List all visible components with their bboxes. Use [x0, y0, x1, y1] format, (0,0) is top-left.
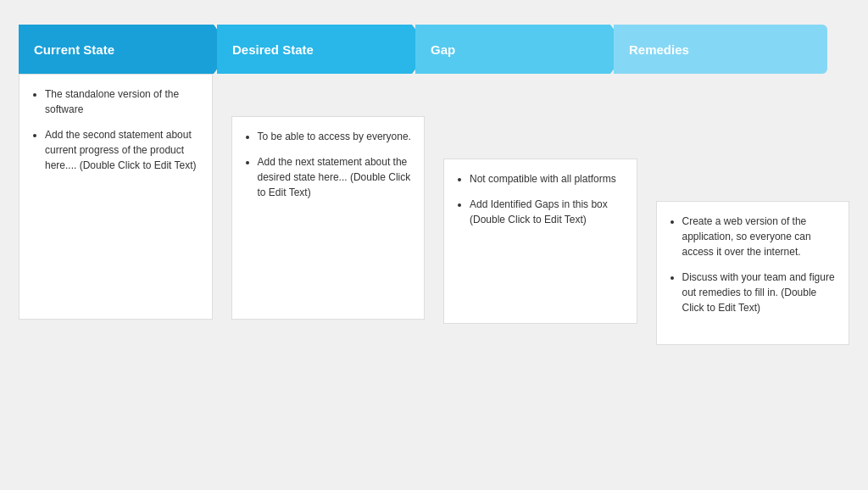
list-item: Add Identified Gaps in this box (Double … — [470, 197, 625, 227]
arrow-desired-state: Desired State — [217, 25, 431, 74]
list-item: Add the next statement about the desired… — [258, 154, 413, 200]
list-item: Not compatible with all platforms — [470, 171, 625, 187]
panel-current-state: The standalone version of the software A… — [19, 74, 213, 320]
panel-4-list: Create a web version of the application,… — [669, 214, 837, 315]
panel-2-list: To be able to access by everyone. Add th… — [244, 129, 413, 200]
gap-analysis-diagram: Current State Desired State Gap Remedies… — [19, 25, 849, 465]
arrow-1-title: Current State — [34, 42, 114, 57]
list-item: To be able to access by everyone. — [258, 129, 413, 144]
panel-gap: Not compatible with all platforms Add Id… — [443, 159, 637, 324]
panel-1-list: The standalone version of the software A… — [31, 86, 200, 173]
panels-row: The standalone version of the software A… — [19, 74, 849, 345]
arrow-gap: Gap — [415, 25, 629, 74]
panel-desired-state: To be able to access by everyone. Add th… — [231, 116, 426, 320]
arrow-remedies: Remedies — [614, 25, 827, 74]
arrows-row: Current State Desired State Gap Remedies — [19, 25, 849, 74]
list-item: Create a web version of the application,… — [682, 214, 837, 259]
arrow-2-title: Desired State — [232, 42, 314, 57]
list-item: Add the second statement about current p… — [45, 127, 200, 173]
list-item: Discuss with your team and figure out re… — [682, 270, 837, 315]
list-item: The standalone version of the software — [45, 86, 200, 117]
arrow-4-title: Remedies — [629, 42, 689, 57]
panel-remedies: Create a web version of the application,… — [656, 201, 850, 345]
arrow-3-title: Gap — [431, 42, 455, 57]
panel-3-list: Not compatible with all platforms Add Id… — [456, 171, 625, 227]
arrow-current-state: Current State — [19, 25, 232, 74]
